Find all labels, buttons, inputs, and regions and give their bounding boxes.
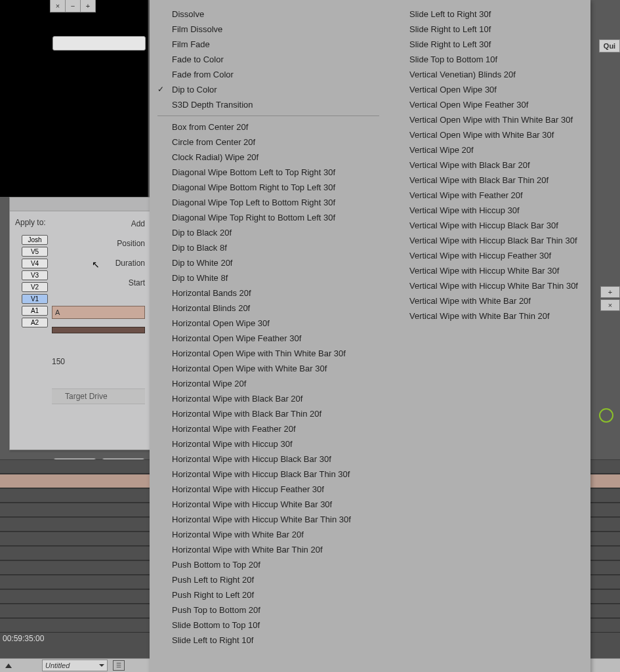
menu-item[interactable]: Horizontal Open Wipe with White Bar 30f bbox=[150, 361, 387, 376]
record-circle-icon[interactable] bbox=[599, 408, 613, 423]
menu-item[interactable]: Horizontal Wipe with White Bar Thin 20f bbox=[150, 542, 387, 557]
menu-item[interactable]: Vertical Wipe 20f bbox=[387, 142, 590, 158]
menu-item[interactable]: Diagonal Wipe Bottom Right to Top Left 3… bbox=[150, 180, 387, 195]
menu-item[interactable]: Dip to White 8f bbox=[150, 270, 387, 285]
track-button-v4[interactable]: V4 bbox=[22, 259, 48, 268]
menu-item[interactable]: Vertical Wipe with Feather 20f bbox=[387, 188, 590, 203]
monitor-search-input[interactable] bbox=[52, 36, 146, 51]
menu-item[interactable]: Slide Right to Left 10f bbox=[387, 22, 590, 37]
menu-item[interactable]: Film Fade bbox=[150, 37, 387, 52]
menu-item[interactable]: Slide Left to Right 30f bbox=[387, 7, 590, 22]
frame-count: 150 bbox=[52, 357, 145, 366]
menu-item[interactable]: Diagonal Wipe Bottom Left to Top Right 3… bbox=[150, 165, 387, 180]
track-button-v2[interactable]: V2 bbox=[22, 282, 48, 292]
monitor-tab-button[interactable]: + bbox=[81, 0, 95, 12]
menu-item[interactable]: Vertical Wipe with Hiccup White Bar 30f bbox=[387, 263, 590, 278]
chevron-down-icon bbox=[99, 664, 104, 667]
timecode: 00:59:35:00 bbox=[3, 634, 44, 643]
mini-button[interactable]: × bbox=[600, 299, 620, 311]
dropdown-column-2: Slide Left to Right 30fSlide Right to Le… bbox=[387, 7, 590, 672]
menu-item[interactable]: Circle from Center 20f bbox=[150, 135, 387, 150]
menu-item[interactable]: Vertical Wipe with Hiccup Feather 30f bbox=[387, 248, 590, 263]
track-button-a1[interactable]: A1 bbox=[22, 306, 48, 316]
monitor-tabbar: ×−+ bbox=[50, 0, 96, 12]
monitor-tab-button[interactable]: − bbox=[66, 0, 81, 12]
menu-item[interactable]: Slide Top to Bottom 10f bbox=[387, 52, 590, 67]
monitor-tab-button[interactable]: × bbox=[51, 0, 66, 12]
menu-item[interactable]: Dissolve bbox=[150, 7, 387, 22]
menu-item[interactable]: Horizontal Wipe with White Bar 20f bbox=[150, 527, 387, 542]
menu-item[interactable]: Film Dissolve bbox=[150, 22, 387, 37]
menu-item[interactable]: Fade to Color bbox=[150, 52, 387, 67]
expand-up-icon[interactable] bbox=[5, 663, 12, 668]
menu-item[interactable]: Dip to White 20f bbox=[150, 255, 387, 270]
menu-item[interactable]: Vertical Wipe with Hiccup White Bar Thin… bbox=[387, 278, 590, 293]
menu-item[interactable]: Vertical Wipe with Hiccup Black Bar Thin… bbox=[387, 233, 590, 248]
menu-item[interactable]: Vertical Open Wipe with Thin White Bar 3… bbox=[387, 112, 590, 127]
quick-fragment: Qui bbox=[599, 39, 620, 52]
menu-item[interactable]: Push Right to Left 20f bbox=[150, 587, 387, 602]
right-mini-buttons: +× bbox=[600, 286, 620, 311]
duration-label: Duration bbox=[115, 259, 145, 268]
menu-item[interactable]: Fade from Color bbox=[150, 67, 387, 82]
sequence-bar[interactable] bbox=[52, 327, 145, 333]
menu-item[interactable]: Vertical Open Wipe 30f bbox=[387, 82, 590, 97]
menu-item[interactable]: Diagonal Wipe Top Right to Bottom Left 3… bbox=[150, 210, 387, 225]
menu-item[interactable]: Vertical Wipe with White Bar 20f bbox=[387, 293, 590, 308]
sequence-select[interactable]: Untitled bbox=[42, 660, 108, 671]
menu-item[interactable]: Horizontal Open Wipe Feather 30f bbox=[150, 331, 387, 346]
menu-item[interactable]: Vertical Wipe with Black Bar 20f bbox=[387, 158, 590, 173]
menu-item[interactable]: Horizontal Wipe with Hiccup 30f bbox=[150, 436, 387, 452]
quick-transition-dialog: Apply to: JoshV5V4V3V2V1A1A2 Add Positio… bbox=[9, 197, 151, 450]
timeline-options-button[interactable]: ☰ bbox=[113, 660, 125, 671]
menu-item[interactable]: Box from Center 20f bbox=[150, 119, 387, 135]
menu-item[interactable]: Horizontal Open Wipe 30f bbox=[150, 316, 387, 331]
menu-item[interactable]: Vertical Wipe with Hiccup 30f bbox=[387, 203, 590, 218]
menu-item[interactable]: Diagonal Wipe Top Left to Bottom Right 3… bbox=[150, 195, 387, 210]
menu-item[interactable]: Slide Right to Left 30f bbox=[387, 37, 590, 52]
menu-item[interactable]: Horizontal Wipe with Hiccup White Bar Th… bbox=[150, 512, 387, 527]
menu-item[interactable]: Horizontal Wipe with Feather 20f bbox=[150, 421, 387, 436]
track-button-a2[interactable]: A2 bbox=[22, 318, 48, 327]
menu-item[interactable]: Vertical Wipe with Hiccup Black Bar 30f bbox=[387, 218, 590, 233]
track-button-josh[interactable]: Josh bbox=[22, 235, 48, 245]
target-drive-row[interactable]: Target Drive bbox=[52, 388, 145, 404]
position-label: Position bbox=[117, 239, 145, 248]
menu-item[interactable]: Horizontal Wipe with Hiccup Feather 30f bbox=[150, 482, 387, 497]
menu-item[interactable]: Dip to Color bbox=[150, 82, 387, 97]
menu-item[interactable]: Vertical Wipe with White Bar Thin 20f bbox=[387, 308, 590, 324]
track-button-v1[interactable]: V1 bbox=[22, 294, 48, 304]
menu-item[interactable]: Slide Bottom to Top 10f bbox=[150, 618, 387, 633]
menu-item[interactable]: Vertical Open Wipe with White Bar 30f bbox=[387, 127, 590, 142]
menu-item[interactable]: Push Bottom to Top 20f bbox=[150, 557, 387, 572]
menu-item[interactable]: Dip to Black 8f bbox=[150, 240, 387, 255]
menu-item[interactable]: Vertical Wipe with Black Bar Thin 20f bbox=[387, 173, 590, 188]
sequence-select-label: Untitled bbox=[45, 662, 70, 669]
menu-item[interactable]: Vertical Open Wipe Feather 30f bbox=[387, 97, 590, 112]
menu-item[interactable]: Vertical Venetian) Blinds 20f bbox=[387, 67, 590, 82]
menu-item[interactable]: Horizontal Wipe with Hiccup White Bar 30… bbox=[150, 497, 387, 512]
menu-item[interactable]: Horizontal Wipe with Hiccup Black Bar Th… bbox=[150, 467, 387, 482]
menu-item[interactable]: Slide Left to Right 10f bbox=[150, 633, 387, 648]
menu-item[interactable]: Dip to Black 20f bbox=[150, 225, 387, 240]
menu-item[interactable]: Push Top to Bottom 20f bbox=[150, 602, 387, 618]
menu-item[interactable]: Horizontal Bands 20f bbox=[150, 285, 387, 301]
track-button-v5[interactable]: V5 bbox=[22, 247, 48, 257]
track-button-v3[interactable]: V3 bbox=[22, 270, 48, 280]
menu-item[interactable]: Horizontal Blinds 20f bbox=[150, 301, 387, 316]
menu-separator bbox=[157, 116, 379, 116]
sequence-strip[interactable]: A bbox=[52, 306, 145, 319]
menu-item[interactable]: Push Left to Right 20f bbox=[150, 572, 387, 587]
menu-item[interactable]: S3D Depth Transition bbox=[150, 97, 387, 112]
mini-button[interactable]: + bbox=[600, 286, 620, 298]
apply-to-label: Apply to: bbox=[15, 218, 46, 227]
track-button-group: JoshV5V4V3V2V1A1A2 bbox=[22, 235, 48, 327]
menu-item[interactable]: Horizontal Wipe with Black Bar 20f bbox=[150, 391, 387, 406]
menu-item[interactable]: Horizontal Wipe with Black Bar Thin 20f bbox=[150, 406, 387, 421]
dialog-titlebar[interactable] bbox=[10, 198, 150, 211]
menu-item[interactable]: Horizontal Wipe with Hiccup Black Bar 30… bbox=[150, 452, 387, 467]
menu-item[interactable]: Horizontal Open Wipe with Thin White Bar… bbox=[150, 346, 387, 361]
menu-item[interactable]: Horizontal Wipe 20f bbox=[150, 376, 387, 391]
monitor-panel: ×−+ bbox=[0, 0, 148, 197]
menu-item[interactable]: Clock Radial) Wipe 20f bbox=[150, 150, 387, 165]
